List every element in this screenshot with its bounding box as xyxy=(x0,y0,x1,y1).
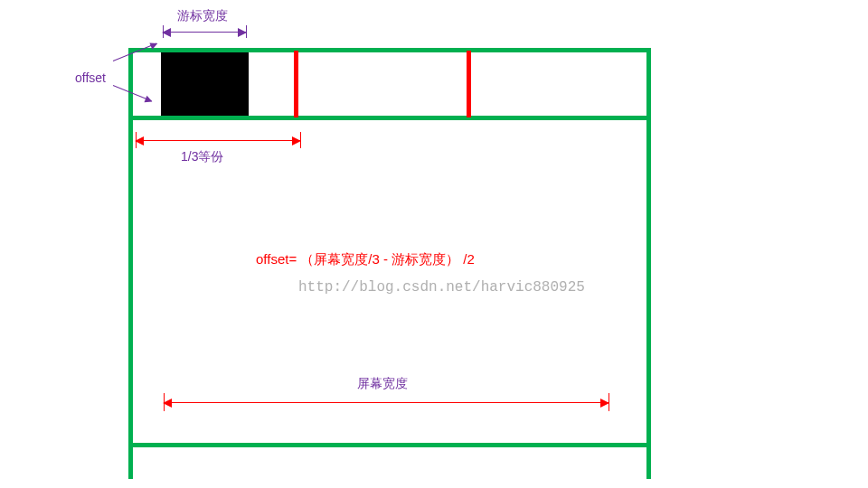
frame-right xyxy=(646,48,651,479)
cursor-width-label: 游标宽度 xyxy=(177,8,228,24)
one-third-tick-left xyxy=(136,132,137,148)
offset-label: offset xyxy=(75,70,106,85)
formula-text: offset= （屏幕宽度/3 - 游标宽度） /2 xyxy=(256,251,475,268)
screen-width-label: 屏幕宽度 xyxy=(357,376,408,392)
separator-2 xyxy=(467,51,471,117)
cursor-width-tick-right xyxy=(246,25,247,38)
one-third-arrow xyxy=(136,140,300,141)
frame-bottom xyxy=(128,443,651,447)
frame-header-bottom xyxy=(128,116,651,120)
screen-width-arrow xyxy=(164,402,609,403)
one-third-tick-right xyxy=(300,132,301,148)
one-third-label: 1/3等份 xyxy=(181,149,223,165)
cursor-width-tick-left xyxy=(163,25,164,38)
watermark-text: http://blog.csdn.net/harvic880925 xyxy=(298,279,585,296)
screen-width-tick-left xyxy=(164,393,165,411)
cursor-width-arrow xyxy=(163,32,246,33)
separator-1 xyxy=(294,51,298,117)
screen-width-tick-right xyxy=(609,393,609,411)
cursor-block xyxy=(161,52,249,116)
diagram-stage: 游标宽度 offset 1/3等份 offset= （屏幕宽度/3 - 游标宽度… xyxy=(0,0,868,488)
frame-left xyxy=(128,48,133,479)
